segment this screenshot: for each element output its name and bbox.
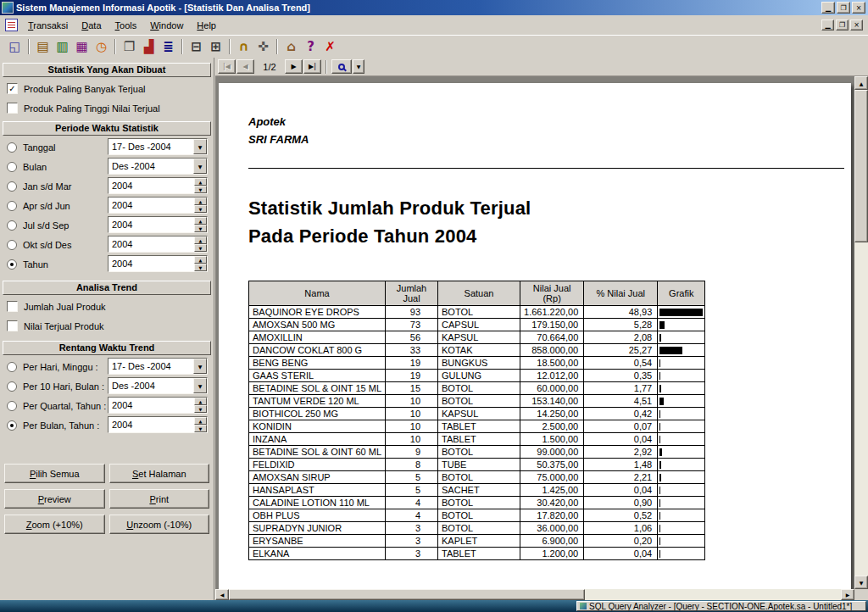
horizontal-scroll-thumb[interactable] bbox=[229, 589, 585, 600]
date-combobox[interactable]: 17- Des -2004 ▼ bbox=[108, 138, 208, 155]
next-page-button[interactable]: ▶ bbox=[285, 59, 303, 74]
combo-dropdown-icon[interactable]: ▼ bbox=[193, 159, 207, 174]
year-spinner[interactable]: 2004 ▲ ▼ bbox=[108, 177, 208, 194]
mdi-minimize-button[interactable]: ▁ bbox=[821, 19, 834, 31]
radio-button[interactable] bbox=[7, 240, 17, 250]
unzoom-button[interactable]: Unzoom (-10%) bbox=[109, 515, 210, 534]
chart-icon[interactable]: ▟ bbox=[139, 37, 159, 56]
title-bar[interactable]: Sistem Manajemen Informasi Apotik - [Sta… bbox=[0, 0, 868, 15]
spin-up-icon[interactable]: ▲ bbox=[194, 178, 207, 186]
combo-dropdown-icon[interactable]: ▼ bbox=[193, 378, 207, 393]
lock-icon[interactable]: ∩ bbox=[234, 37, 253, 56]
radio-button[interactable] bbox=[7, 162, 17, 172]
data-produk-icon[interactable]: ▤ bbox=[33, 37, 53, 56]
mdi-restore-button[interactable]: ❐ bbox=[836, 19, 849, 31]
year-spinner[interactable]: 2004 ▲ ▼ bbox=[108, 416, 208, 433]
first-page-button[interactable]: |◀ bbox=[218, 59, 236, 74]
spin-down-icon[interactable]: ▼ bbox=[194, 425, 207, 432]
set-halaman-button[interactable]: Set Halaman bbox=[109, 464, 210, 483]
radio-button[interactable] bbox=[7, 142, 17, 153]
vertical-scroll-thumb[interactable] bbox=[854, 90, 868, 242]
vertical-scrollbar[interactable]: ▲ ▼ bbox=[854, 76, 868, 589]
mdi-close-button[interactable]: × bbox=[850, 19, 863, 31]
exit-icon[interactable]: ⌂ bbox=[281, 37, 301, 56]
checkbox[interactable]: ✓ bbox=[7, 320, 18, 331]
preview-zoom-button[interactable] bbox=[331, 59, 352, 74]
scroll-left-icon[interactable]: ◀ bbox=[215, 589, 229, 600]
year-spinner[interactable]: 2004 ▲ ▼ bbox=[108, 236, 208, 253]
spin-up-icon[interactable]: ▲ bbox=[194, 217, 207, 225]
print-button[interactable]: Print bbox=[109, 489, 210, 509]
help-icon[interactable]: ? bbox=[301, 37, 320, 56]
date-combobox[interactable]: 17- Des -2004 ▼ bbox=[108, 358, 208, 375]
checkbox[interactable]: ✓ bbox=[7, 83, 18, 94]
pilih-semua-button[interactable]: Pilih Semua bbox=[4, 464, 105, 483]
tools-icon[interactable]: ✜ bbox=[253, 37, 273, 56]
radio-button[interactable] bbox=[7, 381, 17, 392]
year-spinner[interactable]: 2004 ▲ ▼ bbox=[108, 255, 208, 272]
switch-window-icon[interactable]: ◱ bbox=[5, 37, 25, 56]
radio-button[interactable] bbox=[7, 201, 17, 211]
last-page-button[interactable]: ▶| bbox=[303, 59, 321, 74]
scroll-up-icon[interactable]: ▲ bbox=[854, 76, 868, 90]
radio-button[interactable] bbox=[7, 420, 17, 431]
spin-up-icon[interactable]: ▲ bbox=[194, 398, 207, 405]
preview-button[interactable]: Preview bbox=[4, 489, 105, 509]
date-combobox[interactable]: Des -2004 ▼ bbox=[108, 377, 208, 394]
spin-up-icon[interactable]: ▲ bbox=[194, 256, 207, 264]
combo-dropdown-icon[interactable]: ▼ bbox=[193, 139, 207, 154]
spin-down-icon[interactable]: ▼ bbox=[194, 244, 207, 252]
year-spinner[interactable]: 2004 ▲ ▼ bbox=[108, 216, 208, 233]
minimize-button[interactable]: ▁ bbox=[821, 2, 835, 14]
statistik-checkbox-row[interactable]: ✓ Produk Paling Banyak Terjual bbox=[0, 79, 214, 98]
year-spinner[interactable]: 2004 ▲ ▼ bbox=[108, 197, 208, 214]
preview-viewport[interactable]: Apotek SRI FARMA Statistik Jumlah Produk… bbox=[215, 76, 854, 589]
spin-down-icon[interactable]: ▼ bbox=[194, 225, 207, 232]
radio-button[interactable] bbox=[7, 220, 17, 231]
menu-item[interactable]: Help bbox=[190, 17, 223, 34]
print-setup-icon[interactable]: ⊞ bbox=[206, 37, 225, 56]
checkbox[interactable]: ✓ bbox=[7, 103, 18, 114]
checkbox[interactable]: ✓ bbox=[7, 301, 18, 312]
spin-down-icon[interactable]: ▼ bbox=[194, 186, 207, 193]
trend-checkbox-row[interactable]: ✓ Jumlah Jual Produk bbox=[0, 297, 214, 316]
copy-icon[interactable]: ❐ bbox=[120, 37, 139, 56]
zoom-button[interactable]: Zoom (+10%) bbox=[4, 515, 105, 534]
spin-down-icon[interactable]: ▼ bbox=[194, 264, 207, 271]
transaksi-icon[interactable]: ▦ bbox=[72, 37, 92, 56]
cell-satuan: TABLET bbox=[438, 420, 520, 433]
menu-item[interactable]: Data bbox=[75, 17, 108, 34]
radio-button[interactable] bbox=[7, 401, 17, 411]
close-button[interactable]: × bbox=[852, 2, 865, 14]
scroll-right-icon[interactable]: ▶ bbox=[841, 589, 854, 600]
library-icon[interactable]: ≣ bbox=[159, 37, 178, 56]
spin-down-icon[interactable]: ▼ bbox=[194, 405, 207, 413]
taskbar-button-sql-query-analyzer[interactable]: SQL Query Analyzer - [Query - SECTION-ON… bbox=[576, 601, 866, 611]
menu-item[interactable]: Window bbox=[143, 17, 190, 34]
spin-up-icon[interactable]: ▲ bbox=[194, 236, 207, 244]
print-icon[interactable]: ⊟ bbox=[186, 37, 206, 56]
report-window-icon[interactable] bbox=[5, 19, 18, 31]
radio-button[interactable] bbox=[7, 181, 17, 192]
combo-dropdown-icon[interactable]: ▼ bbox=[193, 359, 207, 374]
restore-button[interactable]: ❐ bbox=[837, 2, 850, 14]
table-row: ELKANA 3 TABLET 1.200,00 0,04 bbox=[249, 548, 705, 560]
spin-up-icon[interactable]: ▲ bbox=[194, 198, 207, 205]
radio-button[interactable] bbox=[7, 362, 17, 372]
prev-page-button[interactable]: ◀ bbox=[236, 59, 254, 74]
scroll-down-icon[interactable]: ▼ bbox=[854, 576, 868, 589]
horizontal-scrollbar[interactable]: ◀ ▶ bbox=[215, 589, 854, 600]
radio-button[interactable] bbox=[7, 259, 17, 270]
jadwal-icon[interactable]: ◷ bbox=[92, 37, 111, 56]
spin-down-icon[interactable]: ▼ bbox=[194, 205, 207, 213]
date-combobox[interactable]: Des -2004 ▼ bbox=[108, 158, 208, 175]
statistik-checkbox-row[interactable]: ✓ Produk Paling Tinggi Nilai Terjual bbox=[0, 98, 214, 118]
menu-item[interactable]: Tools bbox=[108, 17, 144, 34]
data-supplier-icon[interactable]: ▥ bbox=[53, 37, 72, 56]
trend-checkbox-row[interactable]: ✓ Nilai Terjual Produk bbox=[0, 316, 214, 336]
menu-item[interactable]: Transaksi bbox=[21, 17, 75, 34]
spin-up-icon[interactable]: ▲ bbox=[194, 417, 207, 425]
zoom-dropdown-icon[interactable]: ▼ bbox=[353, 59, 364, 74]
delete-icon[interactable]: ✗ bbox=[320, 37, 340, 56]
year-spinner[interactable]: 2004 ▲ ▼ bbox=[108, 397, 208, 414]
